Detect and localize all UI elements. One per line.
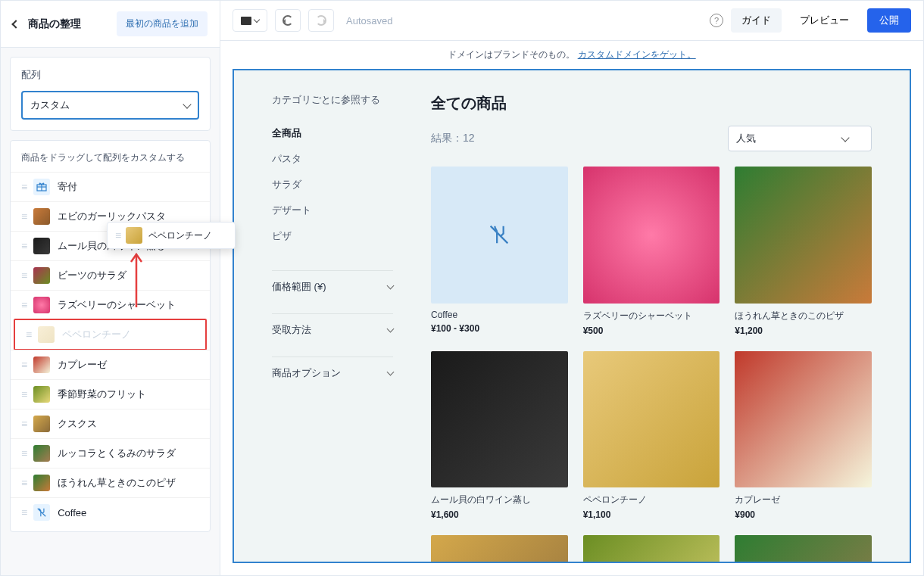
chevron-down-icon <box>387 369 395 376</box>
drag-handle-icon[interactable]: ≡ <box>21 506 26 518</box>
drag-handle-icon[interactable]: ≡ <box>21 388 26 400</box>
product-image[interactable] <box>431 351 568 488</box>
product-list-item[interactable]: ≡季節野菜のフリット <box>11 379 210 409</box>
filter-row[interactable]: 受取方法 <box>272 313 393 346</box>
product-list-item[interactable]: ≡ほうれん草ときのこのピザ <box>11 468 210 497</box>
product-image[interactable] <box>583 351 720 488</box>
product-image[interactable] <box>735 535 872 563</box>
help-button[interactable]: ? <box>710 14 723 27</box>
sidebar-title: 商品の整理 <box>28 17 81 31</box>
chevron-down-icon <box>183 100 191 108</box>
desktop-icon <box>241 17 251 25</box>
product-item-label: カプレーゼ <box>58 358 107 372</box>
product-image[interactable] <box>431 535 568 563</box>
domain-notice: ドメインはブランドそのもの。 カスタムドメインをゲット。 <box>220 41 923 69</box>
category-item[interactable]: デザート <box>272 198 393 223</box>
product-item-label: ペペロンチーノ <box>62 328 131 341</box>
chevron-down-icon <box>841 133 849 142</box>
product-card[interactable]: カプレーゼ¥900 <box>735 351 872 521</box>
product-image[interactable] <box>583 167 720 304</box>
product-name: カプレーゼ <box>735 493 872 506</box>
product-card[interactable]: ラズベリーのシャーベット¥500 <box>583 167 720 336</box>
drag-handle-icon[interactable]: ≡ <box>26 328 30 341</box>
utensils-icon <box>486 222 512 248</box>
product-list-item[interactable]: ≡ラズベリーのシャーベット <box>11 290 210 319</box>
product-item-label: ビーツのサラダ <box>58 269 126 282</box>
sort-panel: 配列 カスタム <box>10 57 211 131</box>
product-list-item[interactable]: ≡寄付 <box>11 172 210 201</box>
product-list-item[interactable]: ≡カプレーゼ <box>11 350 210 379</box>
product-list-item[interactable]: ≡Coffee <box>11 497 210 527</box>
add-first-product-button[interactable]: 最初の商品を追加 <box>117 11 208 36</box>
product-list-item[interactable]: ≡ビーツのサラダ <box>11 260 210 290</box>
product-item-label: ほうれん草ときのこのピザ <box>58 476 176 490</box>
undo-button[interactable] <box>275 9 301 32</box>
product-list-item[interactable]: ≡ルッコラとくるみのサラダ <box>11 438 210 468</box>
sort-label: 人気 <box>736 132 756 145</box>
sidebar-header: 商品の整理 最初の商品を追加 <box>1 1 220 48</box>
drag-handle-icon[interactable]: ≡ <box>21 477 26 489</box>
category-item[interactable]: パスタ <box>272 146 393 172</box>
redo-icon <box>316 15 326 26</box>
results-text: 結果：12 <box>431 132 475 145</box>
product-image[interactable] <box>735 167 872 304</box>
product-card[interactable]: ムール貝の白ワイン蒸し¥1,600 <box>431 351 568 521</box>
product-list-item[interactable]: ≡ペペロンチーノ <box>14 319 207 350</box>
product-thumb <box>38 326 55 343</box>
custom-domain-link[interactable]: カスタムドメインをゲット。 <box>578 49 696 60</box>
question-icon: ? <box>714 16 719 25</box>
back-button[interactable]: 商品の整理 <box>13 17 81 31</box>
category-item[interactable]: 全商品 <box>272 120 393 146</box>
filter-row[interactable]: 価格範囲 (¥) <box>272 270 393 303</box>
publish-button[interactable]: 公開 <box>867 8 911 33</box>
product-thumb <box>33 445 50 462</box>
product-price: ¥1,600 <box>431 509 568 520</box>
preview-button[interactable]: プレビュー <box>789 8 860 33</box>
product-card[interactable]: ほうれん草ときのこのピザ¥1,200 <box>735 167 872 336</box>
dragging-item[interactable]: ≡ ペペロンチーノ <box>107 222 236 249</box>
product-thumb <box>33 267 50 284</box>
product-card[interactable]: ペペロンチーノ¥1,100 <box>583 351 720 521</box>
product-price: ¥1,100 <box>583 509 720 520</box>
product-thumb <box>126 227 142 244</box>
product-sort-select[interactable]: 人気 <box>728 126 872 151</box>
dragging-item-label: ペペロンチーノ <box>148 229 212 242</box>
filter-row[interactable]: 商品オプション <box>272 356 393 389</box>
product-list-item[interactable]: ≡クスクス <box>11 409 210 438</box>
category-item[interactable]: ピザ <box>272 223 393 249</box>
product-price: ¥500 <box>583 325 720 336</box>
sort-panel-title: 配列 <box>21 68 199 82</box>
product-item-label: ラズベリーのシャーベット <box>58 298 176 312</box>
gift-icon <box>33 179 50 195</box>
redo-button[interactable] <box>308 9 334 32</box>
guide-button[interactable]: ガイド <box>731 8 782 33</box>
viewport-switcher[interactable] <box>233 9 267 32</box>
drag-handle-icon[interactable]: ≡ <box>21 240 26 252</box>
drag-handle-icon[interactable]: ≡ <box>21 181 26 193</box>
drag-handle-icon[interactable]: ≡ <box>21 418 26 430</box>
product-name: ペペロンチーノ <box>583 493 720 506</box>
product-thumb <box>33 238 50 254</box>
undo-icon <box>283 15 293 26</box>
caret-down-icon <box>254 16 260 22</box>
drag-handle-icon[interactable]: ≡ <box>21 447 26 459</box>
category-heading: カテゴリごとに参照する <box>272 93 393 107</box>
product-image[interactable] <box>735 351 872 488</box>
product-thumb <box>33 297 50 313</box>
sort-select[interactable]: カスタム <box>21 91 199 120</box>
drag-handle-icon[interactable]: ≡ <box>21 210 26 223</box>
product-image[interactable] <box>583 535 720 563</box>
category-column: カテゴリごとに参照する 全商品パスタサラダデザートピザ 価格範囲 (¥)受取方法… <box>272 93 393 563</box>
drag-handle-icon[interactable]: ≡ <box>21 269 26 282</box>
preview-canvas[interactable]: カテゴリごとに参照する 全商品パスタサラダデザートピザ 価格範囲 (¥)受取方法… <box>233 69 911 563</box>
drag-handle-icon[interactable]: ≡ <box>21 299 26 311</box>
drag-handle-icon: ≡ <box>115 229 120 241</box>
product-name: ほうれん草ときのこのピザ <box>735 310 872 322</box>
category-item[interactable]: サラダ <box>272 172 393 198</box>
product-thumb <box>33 475 50 491</box>
product-card[interactable]: Coffee¥100 - ¥300 <box>431 167 568 336</box>
product-name: Coffee <box>431 310 568 320</box>
drag-handle-icon[interactable]: ≡ <box>21 359 26 371</box>
product-name: ムール貝の白ワイン蒸し <box>431 493 568 506</box>
product-image[interactable] <box>431 167 568 304</box>
